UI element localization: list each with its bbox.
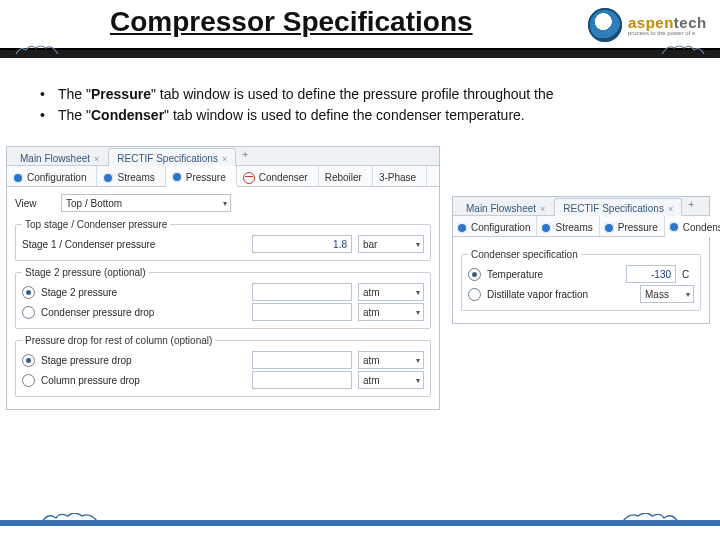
fieldset-legend: Stage 2 pressure (optional) (22, 267, 149, 278)
tab-label: Streams (117, 172, 154, 183)
status-ok-icon (604, 223, 614, 233)
bullet-item: • The "Condenser" tab window is used to … (40, 105, 680, 126)
unit-value: atm (363, 375, 380, 386)
tab-label: Configuration (27, 172, 86, 183)
window-tab-label: Main Flowsheet (20, 153, 90, 164)
logo-brand-b: tech (674, 14, 707, 31)
logo-tagline: process to the power of e (628, 30, 707, 36)
stage2-pressure-input[interactable] (252, 283, 352, 301)
tab-label: Condenser (259, 172, 308, 183)
stage-drop-input[interactable] (252, 351, 352, 369)
tab-configuration[interactable]: Configuration (453, 216, 537, 236)
window-tabbar: Main Flowsheet× RECTIF Specifications× + (453, 197, 709, 216)
close-icon[interactable]: × (540, 204, 545, 214)
status-ok-icon (669, 222, 679, 232)
tab-label: Condenser (683, 222, 720, 233)
logo-brand-a: aspen (628, 14, 674, 31)
window-tabbar: Main Flowsheet× RECTIF Specifications× + (7, 147, 439, 166)
unit-value: bar (363, 239, 377, 250)
fieldset-legend: Condenser specification (468, 249, 581, 260)
condenser-drop-label: Condenser pressure drop (41, 307, 246, 318)
bullet-item: • The "Pressure" tab window is used to d… (40, 84, 680, 105)
view-dropdown[interactable]: Top / Bottom (61, 194, 231, 212)
view-row: View Top / Bottom (15, 193, 431, 213)
aspentech-logo: aspentech process to the power of e (588, 6, 706, 44)
window-tab-label: RECTIF Specifications (563, 203, 664, 214)
status-ok-icon (541, 223, 551, 233)
tab-configuration[interactable]: Configuration (7, 166, 97, 186)
tab-streams[interactable]: Streams (537, 216, 599, 236)
app-window-pressure: Main Flowsheet× RECTIF Specifications× +… (6, 146, 440, 410)
close-icon[interactable]: × (94, 154, 99, 164)
temperature-input[interactable]: -130 (626, 265, 676, 283)
window-tab-main-flowsheet[interactable]: Main Flowsheet× (11, 148, 108, 166)
tab-pressure[interactable]: Pressure (600, 216, 665, 236)
tab-reboiler[interactable]: Reboiler (319, 166, 373, 186)
stage1-pressure-unit[interactable]: bar (358, 235, 424, 253)
stage1-pressure-value: 1.8 (333, 239, 347, 250)
bullet-text: The " (58, 107, 91, 123)
column-drop-radio[interactable] (22, 374, 35, 387)
temperature-value: -130 (651, 269, 671, 280)
vapor-fraction-radio[interactable] (468, 288, 481, 301)
ornament-cloud-right-icon (660, 44, 706, 58)
vapor-fraction-label: Distillate vapor fraction (487, 289, 634, 300)
tab-streams[interactable]: Streams (97, 166, 165, 186)
footer-divider (0, 520, 720, 527)
bullet-marker: • (40, 105, 58, 126)
fieldset-legend: Top stage / Condenser pressure (22, 219, 170, 230)
bullet-bold: Condenser (91, 107, 164, 123)
tab-label: Pressure (618, 222, 658, 233)
tab-condenser[interactable]: Condenser (665, 216, 720, 237)
tab-label: Configuration (471, 222, 530, 233)
add-tab-button[interactable]: + (682, 197, 700, 215)
temperature-unit: C (682, 269, 694, 280)
condenser-drop-input[interactable] (252, 303, 352, 321)
window-tab-rectif-specs[interactable]: RECTIF Specifications× (108, 148, 236, 166)
fieldset-condenser-spec: Condenser specification Temperature -130… (461, 249, 701, 311)
ornament-cloud-left-icon (14, 44, 60, 58)
temperature-radio[interactable] (468, 268, 481, 281)
fieldset-legend: Pressure drop for rest of column (option… (22, 335, 215, 346)
tab-condenser[interactable]: Condenser (237, 166, 319, 186)
add-tab-button[interactable]: + (236, 147, 254, 165)
fieldset-rest-column: Pressure drop for rest of column (option… (15, 335, 431, 397)
condenser-drop-radio[interactable] (22, 306, 35, 319)
unit-value: atm (363, 287, 380, 298)
condenser-drop-unit[interactable]: atm (358, 303, 424, 321)
close-icon[interactable]: × (668, 204, 673, 214)
app-window-condenser: Main Flowsheet× RECTIF Specifications× +… (452, 196, 710, 324)
column-drop-unit[interactable]: atm (358, 371, 424, 389)
window-tab-main-flowsheet[interactable]: Main Flowsheet× (457, 198, 554, 216)
stage2-pressure-unit[interactable]: atm (358, 283, 424, 301)
bullet-bold: Pressure (91, 86, 151, 102)
window-tab-rectif-specs[interactable]: RECTIF Specifications× (554, 198, 682, 216)
stage1-pressure-input[interactable]: 1.8 (252, 235, 352, 253)
slide-header: Compressor Specifications aspentech proc… (0, 0, 720, 64)
column-drop-input[interactable] (252, 371, 352, 389)
basis-value: Mass (645, 289, 669, 300)
bullet-marker: • (40, 84, 58, 105)
status-ok-icon (13, 173, 23, 183)
tab-label: Streams (555, 222, 592, 233)
status-ok-icon (457, 223, 467, 233)
close-icon[interactable]: × (222, 154, 227, 164)
vapor-fraction-basis[interactable]: Mass (640, 285, 694, 303)
fieldset-top-stage: Top stage / Condenser pressure Stage 1 /… (15, 219, 431, 261)
window-tab-label: RECTIF Specifications (117, 153, 218, 164)
bullet-text: " tab window is used to define the conde… (164, 107, 525, 123)
fieldset-stage2: Stage 2 pressure (optional) Stage 2 pres… (15, 267, 431, 329)
stage-drop-radio[interactable] (22, 354, 35, 367)
window-tab-label: Main Flowsheet (466, 203, 536, 214)
stage1-pressure-label: Stage 1 / Condenser pressure (22, 239, 246, 250)
inner-tabbar: Configuration Streams Pressure Condenser… (453, 216, 709, 237)
bullet-text: The " (58, 86, 91, 102)
stage2-pressure-radio[interactable] (22, 286, 35, 299)
tab-pressure[interactable]: Pressure (166, 166, 237, 187)
tab-label: Reboiler (325, 172, 362, 183)
stage-drop-unit[interactable]: atm (358, 351, 424, 369)
unit-value: atm (363, 355, 380, 366)
stage2-pressure-label: Stage 2 pressure (41, 287, 246, 298)
bullet-text: " tab window is used to define the press… (151, 86, 554, 102)
tab-3phase[interactable]: 3-Phase (373, 166, 427, 186)
